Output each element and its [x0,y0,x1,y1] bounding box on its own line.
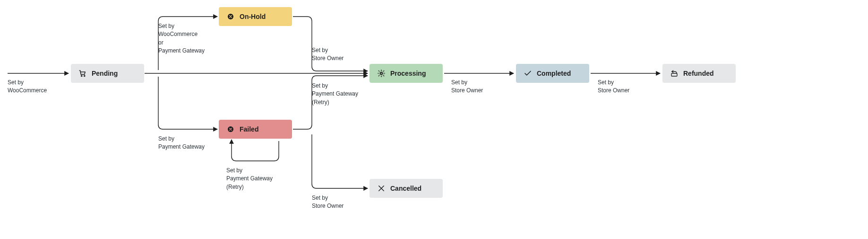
gear-icon [377,69,386,78]
undo-box-icon [670,69,679,78]
flow-arrows [0,0,868,239]
caption-start: Set by WooCommerce [8,79,47,95]
caption-failed-proc: Set by Payment Gateway (Retry) [312,82,358,106]
caption-completed-refund: Set by Store Owner [598,79,629,95]
caption-pending-onhold: Set by WooCommerce or Payment Gateway [158,22,205,55]
check-icon [524,69,532,78]
status-completed: Completed [516,64,589,83]
status-failed: Failed [219,120,292,139]
status-label: Completed [537,70,571,77]
status-label: Refunded [683,70,714,77]
status-label: Processing [390,70,426,77]
status-onhold: On-Hold [219,7,292,26]
caption-proc-completed: Set by Store Owner [451,79,483,95]
caption-onhold-proc: Set by Store Owner [312,46,344,63]
status-label: Failed [240,125,258,133]
svg-point-5 [84,75,85,76]
status-label: On-Hold [240,13,266,20]
status-label: Cancelled [390,185,421,192]
caption-pending-failed: Set by Payment Gateway [158,135,205,151]
x-icon [377,184,386,193]
x-circle-icon [226,12,235,21]
caption-failed-cancelled: Set by Store Owner [312,194,344,211]
status-label: Pending [92,70,118,77]
cart-icon [78,69,87,78]
caption-failed-retry: Set by Payment Gateway (Retry) [226,167,273,191]
status-processing: Processing [370,64,443,83]
x-circle-icon [226,125,235,133]
status-pending: Pending [71,64,144,83]
svg-point-4 [81,75,82,76]
status-cancelled: Cancelled [370,179,443,198]
status-refunded: Refunded [662,64,736,83]
order-status-flow-diagram: Pending On-Hold Failed Processing [0,0,868,239]
svg-rect-9 [671,73,677,76]
